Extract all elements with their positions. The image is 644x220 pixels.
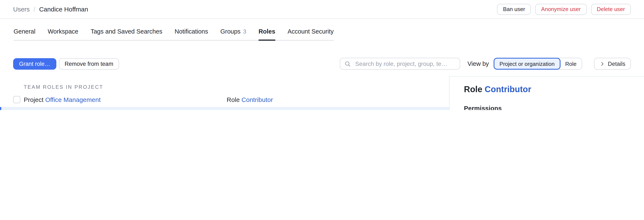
details-button[interactable]: Details [594,58,631,70]
panel-title: Role Contributor [464,84,637,94]
breadcrumb-separator: / [34,6,35,13]
role-row[interactable]: Project Office ManagementRole Contributo… [0,92,449,107]
tab-label: Notifications [174,28,208,35]
search-icon [345,61,351,67]
text-fragment: Role [464,84,485,94]
anonymize-user-button[interactable]: Anonymize user [535,4,586,15]
role-row[interactable]: Project Web StudioRole Contributor [0,107,449,110]
tab-label: Groups [220,28,240,35]
top-bar: Users / Candice Hoffman Ban userAnonymiz… [0,0,644,19]
role-link[interactable]: Contributor [485,84,531,94]
chevron-right-icon [599,61,605,66]
tab-notifications[interactable]: Notifications [174,28,208,40]
role-section: TEAM ROLES IN PROJECTProject Office Mana… [0,83,449,110]
project-link[interactable]: Office Management [45,96,100,103]
role-list: TEAM ROLES IN PROJECTProject Office Mana… [0,76,449,110]
search-input[interactable] [354,60,456,68]
view-by-toggle: Project or organizationRole [494,58,582,70]
section-header: TEAM ROLES IN PROJECT [0,83,449,91]
ban-user-button[interactable]: Ban user [497,4,531,15]
section-title: TEAM ROLES IN PROJECT [24,84,103,90]
role-cell: Role Contributor [227,96,449,103]
breadcrumb-users-link[interactable]: Users [13,6,30,13]
user-roles-page: Users / Candice Hoffman Ban userAnonymiz… [0,0,644,110]
tab-label: Account Security [288,28,334,35]
tab-label: Workspace [48,28,78,35]
tab-count: 3 [243,29,246,35]
row-checkbox[interactable] [13,96,20,103]
text-fragment: Role [227,96,242,103]
roles-toolbar: Grant role… Remove from team View by Pro… [0,58,644,70]
tab-general[interactable]: General [14,28,36,40]
tab-groups[interactable]: Groups3 [220,28,246,40]
tab-workspace[interactable]: Workspace [48,28,78,40]
role-details-panel: Role Contributor Permissions −Service Yo… [449,76,644,110]
grant-role-button[interactable]: Grant role… [13,58,56,69]
content: TEAM ROLES IN PROJECTProject Office Mana… [0,76,644,110]
permissions-title: Permissions [464,104,637,110]
text-fragment: Project [24,96,45,103]
tab-label: Roles [258,28,275,35]
role-link[interactable]: Contributor [242,96,273,103]
tabs: GeneralWorkspaceTags and Saved SearchesN… [14,28,334,41]
tab-account-security[interactable]: Account Security [288,28,334,40]
view-by-label: View by [468,60,489,67]
search-box[interactable] [340,58,460,70]
tabs-bar: GeneralWorkspaceTags and Saved SearchesN… [0,28,644,41]
page-title: Candice Hoffman [39,6,88,13]
details-button-label: Details [608,61,625,67]
tab-tags-and-saved-searches[interactable]: Tags and Saved Searches [91,28,162,40]
tab-label: Tags and Saved Searches [91,28,162,35]
delete-user-button[interactable]: Delete user [591,4,631,15]
header-actions: Ban userAnonymize userDelete user [497,4,631,15]
project-cell: Project Office Management [0,96,227,103]
breadcrumb: Users / Candice Hoffman [13,6,88,13]
project-label: Project Office Management [24,96,100,103]
view-option-role[interactable]: Role [557,58,582,70]
remove-from-team-button[interactable]: Remove from team [59,58,119,69]
tab-roles[interactable]: Roles [258,28,275,40]
tab-label: General [14,28,36,35]
view-option-project-or-organization[interactable]: Project or organization [494,58,560,70]
